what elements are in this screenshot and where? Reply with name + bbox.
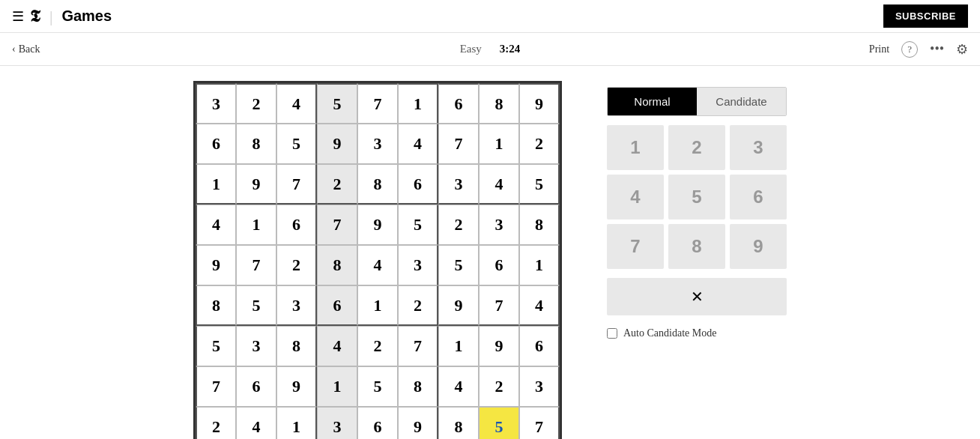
sudoku-cell[interactable]: 2 <box>479 366 519 407</box>
sudoku-cell[interactable]: 2 <box>276 245 317 285</box>
sudoku-cell[interactable]: 5 <box>317 83 357 124</box>
sudoku-cell[interactable]: 6 <box>317 285 357 326</box>
sudoku-cell[interactable]: 5 <box>196 326 236 366</box>
sudoku-cell[interactable]: 9 <box>398 407 438 439</box>
normal-mode-button[interactable]: Normal <box>608 88 697 115</box>
sudoku-cell[interactable]: 7 <box>196 366 236 407</box>
sudoku-cell[interactable]: 3 <box>479 205 519 245</box>
sudoku-cell[interactable]: 6 <box>519 326 560 366</box>
sudoku-cell[interactable]: 9 <box>196 245 236 285</box>
auto-candidate-checkbox[interactable] <box>607 328 617 339</box>
sudoku-cell[interactable]: 2 <box>357 326 398 366</box>
sudoku-cell[interactable]: 7 <box>438 124 479 164</box>
more-options-icon[interactable]: ••• <box>930 41 944 57</box>
sudoku-cell[interactable]: 8 <box>196 285 236 326</box>
sudoku-cell[interactable]: 2 <box>317 164 357 205</box>
sudoku-cell[interactable]: 1 <box>479 124 519 164</box>
sudoku-cell[interactable]: 9 <box>236 164 276 205</box>
sudoku-cell[interactable]: 5 <box>236 285 276 326</box>
sudoku-cell[interactable]: 4 <box>519 285 560 326</box>
sudoku-cell[interactable]: 6 <box>438 83 479 124</box>
numpad-5-button[interactable]: 5 <box>668 175 725 220</box>
help-icon[interactable]: ? <box>901 41 918 58</box>
sudoku-cell[interactable]: 7 <box>236 245 276 285</box>
sudoku-cell[interactable]: 1 <box>196 164 236 205</box>
sudoku-cell[interactable]: 9 <box>276 366 317 407</box>
sudoku-cell[interactable]: 9 <box>479 326 519 366</box>
sudoku-cell[interactable]: 2 <box>196 407 236 439</box>
sudoku-cell[interactable]: 8 <box>276 326 317 366</box>
sudoku-cell[interactable]: 6 <box>236 366 276 407</box>
sudoku-cell[interactable]: 8 <box>519 205 560 245</box>
sudoku-cell[interactable]: 8 <box>479 83 519 124</box>
sudoku-cell[interactable]: 8 <box>438 407 479 439</box>
candidate-mode-button[interactable]: Candidate <box>697 88 786 115</box>
sudoku-cell[interactable]: 5 <box>276 124 317 164</box>
sudoku-cell[interactable]: 1 <box>519 245 560 285</box>
sudoku-cell[interactable]: 3 <box>196 83 236 124</box>
sudoku-cell[interactable]: 4 <box>196 205 236 245</box>
sudoku-cell[interactable]: 8 <box>317 245 357 285</box>
back-button[interactable]: ‹ Back <box>12 43 40 55</box>
sudoku-cell[interactable]: 7 <box>317 205 357 245</box>
sudoku-cell[interactable]: 4 <box>479 164 519 205</box>
sudoku-cell[interactable]: 9 <box>357 205 398 245</box>
numpad-1-button[interactable]: 1 <box>607 125 664 170</box>
sudoku-cell[interactable]: 8 <box>357 164 398 205</box>
sudoku-cell[interactable]: 5 <box>357 366 398 407</box>
sudoku-cell[interactable]: 9 <box>317 124 357 164</box>
settings-icon[interactable]: ⚙ <box>956 41 968 58</box>
numpad-3-button[interactable]: 3 <box>730 125 787 170</box>
sudoku-cell[interactable]: 3 <box>438 164 479 205</box>
print-button[interactable]: Print <box>869 43 889 55</box>
sudoku-cell[interactable]: 2 <box>519 124 560 164</box>
sudoku-cell[interactable]: 5 <box>479 407 519 439</box>
sudoku-cell[interactable]: 4 <box>276 83 317 124</box>
sudoku-cell[interactable]: 2 <box>236 83 276 124</box>
sudoku-cell[interactable]: 8 <box>236 124 276 164</box>
sudoku-cell[interactable]: 9 <box>438 285 479 326</box>
numpad-9-button[interactable]: 9 <box>730 224 787 269</box>
sudoku-cell[interactable]: 3 <box>236 326 276 366</box>
sudoku-cell[interactable]: 7 <box>276 164 317 205</box>
sudoku-cell[interactable]: 3 <box>317 407 357 439</box>
sudoku-cell[interactable]: 3 <box>276 285 317 326</box>
sudoku-cell[interactable]: 2 <box>438 205 479 245</box>
numpad-6-button[interactable]: 6 <box>730 175 787 220</box>
numpad-7-button[interactable]: 7 <box>607 224 664 269</box>
sudoku-cell[interactable]: 3 <box>357 124 398 164</box>
sudoku-cell[interactable]: 7 <box>519 407 560 439</box>
sudoku-cell[interactable]: 9 <box>519 83 560 124</box>
sudoku-cell[interactable]: 5 <box>438 245 479 285</box>
sudoku-cell[interactable]: 7 <box>398 326 438 366</box>
sudoku-cell[interactable]: 3 <box>519 366 560 407</box>
sudoku-cell[interactable]: 5 <box>519 164 560 205</box>
numpad-8-button[interactable]: 8 <box>668 224 725 269</box>
sudoku-cell[interactable]: 1 <box>398 83 438 124</box>
numpad-2-button[interactable]: 2 <box>668 125 725 170</box>
subscribe-button[interactable]: SUBSCRIBE <box>883 4 968 28</box>
sudoku-cell[interactable]: 2 <box>398 285 438 326</box>
sudoku-cell[interactable]: 1 <box>438 326 479 366</box>
sudoku-cell[interactable]: 5 <box>398 205 438 245</box>
sudoku-cell[interactable]: 1 <box>357 285 398 326</box>
sudoku-cell[interactable]: 6 <box>398 164 438 205</box>
sudoku-cell[interactable]: 6 <box>479 245 519 285</box>
sudoku-cell[interactable]: 1 <box>317 366 357 407</box>
sudoku-cell[interactable]: 1 <box>276 407 317 439</box>
sudoku-cell[interactable]: 4 <box>438 366 479 407</box>
sudoku-cell[interactable]: 7 <box>479 285 519 326</box>
sudoku-cell[interactable]: 4 <box>236 407 276 439</box>
hamburger-icon[interactable]: ☰ <box>12 8 24 25</box>
sudoku-cell[interactable]: 6 <box>357 407 398 439</box>
sudoku-cell[interactable]: 4 <box>357 245 398 285</box>
erase-button[interactable]: ✕ <box>607 278 787 315</box>
sudoku-cell[interactable]: 3 <box>398 245 438 285</box>
sudoku-cell[interactable]: 4 <box>398 124 438 164</box>
sudoku-cell[interactable]: 1 <box>236 205 276 245</box>
sudoku-cell[interactable]: 6 <box>196 124 236 164</box>
numpad-4-button[interactable]: 4 <box>607 175 664 220</box>
sudoku-cell[interactable]: 6 <box>276 205 317 245</box>
sudoku-cell[interactable]: 4 <box>317 326 357 366</box>
sudoku-cell[interactable]: 7 <box>357 83 398 124</box>
